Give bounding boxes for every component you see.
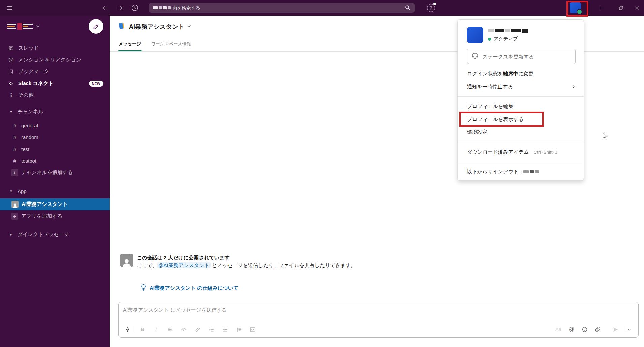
status-input[interactable]: [482, 53, 571, 60]
bold-button[interactable]: B: [137, 325, 147, 334]
channel-label: general: [21, 123, 38, 128]
menu-item-pause-notifications[interactable]: 通知を一時停止する: [458, 80, 584, 93]
add-channel-button[interactable]: + チャンネルを追加する: [0, 167, 110, 179]
sidebar-item-label: その他: [18, 92, 34, 98]
history-clock-button[interactable]: [129, 0, 140, 16]
sidebar-item-threads[interactable]: スレッド: [0, 42, 110, 54]
dm-section: ▸ ダイレクトメッセージ: [0, 229, 110, 241]
menu-item-sign-out[interactable]: 以下からサインアウト :: [458, 165, 584, 178]
tab-workspace-info[interactable]: ワークスペース情報: [151, 37, 191, 51]
attach-paperclip-button[interactable]: [593, 325, 603, 334]
new-message-button[interactable]: [89, 19, 103, 34]
presence-status-row: アクティブ: [488, 36, 528, 42]
status-update-field[interactable]: [467, 49, 576, 64]
channel-testbot[interactable]: # testbot: [0, 155, 110, 167]
channels-section-header[interactable]: ▾ チャンネル: [0, 106, 110, 118]
edit-profile-label: プロフィールを編集: [467, 103, 513, 110]
channel-test[interactable]: # test: [0, 143, 110, 155]
preferences-label: 環境設定: [467, 129, 487, 135]
link-button[interactable]: [193, 325, 202, 334]
code-button[interactable]: </>: [179, 325, 188, 334]
tab-label: ワークスペース情報: [151, 41, 191, 47]
channels-section: ▾ チャンネル # general # random # test # test…: [0, 106, 110, 179]
section-label: ダイレクトメッセージ: [18, 231, 69, 238]
blockquote-button[interactable]: [234, 325, 244, 334]
plus-icon: +: [11, 213, 18, 220]
intro-text: この会話は 2 人だけに公開されています ここで、@AI業務アシスタント とメッ…: [137, 254, 356, 269]
apps-section-header[interactable]: ▾ App: [0, 185, 110, 197]
downloads-shortcut: Ctrl+Shift+J: [534, 150, 558, 155]
tab-messages[interactable]: メッセージ: [119, 37, 141, 51]
workspace-switcher[interactable]: [0, 16, 110, 37]
dm-section-header[interactable]: ▸ ダイレクトメッセージ: [0, 229, 110, 241]
slack-connect-icon: [7, 81, 15, 86]
chevron-right-icon: [572, 84, 576, 90]
format-toggle-button[interactable]: Aa: [554, 325, 563, 334]
workspace-name-redacted: [153, 6, 171, 9]
ordered-list-button[interactable]: [207, 325, 216, 334]
user-avatar-button[interactable]: [570, 2, 581, 13]
window-close-button[interactable]: [632, 0, 643, 16]
profile-menu-items: ログイン状態を離席中に変更 通知を一時停止する プロフィールを編集 プロフィール…: [458, 67, 584, 178]
sidebar-item-slack-connect[interactable]: Slack コネクト NEW: [0, 77, 110, 89]
channel-general[interactable]: # general: [0, 120, 110, 131]
window-restore-button[interactable]: [616, 0, 626, 16]
how-it-works-row: AI業務アシスタント の仕組みについて: [141, 284, 238, 292]
message-input[interactable]: [119, 302, 617, 313]
send-divider: [623, 326, 623, 333]
hash-icon: #: [11, 123, 18, 128]
menu-item-view-profile[interactable]: プロフィールを表示する: [458, 113, 584, 126]
intro-title: この会話は 2 人だけに公開されています: [137, 254, 356, 261]
menu-item-downloads[interactable]: ダウンロード済みアイテム Ctrl+Shift+J: [458, 146, 584, 158]
how-it-works-link[interactable]: AI業務アシスタント の仕組みについて: [150, 285, 238, 291]
caret-down-icon: ▾: [7, 109, 15, 114]
mention-button[interactable]: @: [567, 325, 576, 334]
hash-icon: #: [11, 158, 18, 164]
search-input[interactable]: 内を検索する: [149, 3, 415, 13]
menu-divider: [458, 162, 584, 162]
sidebar-nav: スレッド @ メンション & リアクション ブックマーク Slack コネクト …: [0, 37, 110, 101]
sidebar-item-bookmarks[interactable]: ブックマーク: [0, 66, 110, 77]
sidebar-item-more[interactable]: ⋮ その他: [0, 89, 110, 101]
message-composer: B I S </> A: [118, 302, 639, 338]
profile-identity: アクティブ: [488, 27, 528, 43]
menu-divider: [458, 96, 584, 97]
add-app-button[interactable]: + アプリを追加する: [0, 210, 110, 222]
app-book-icon: [118, 22, 126, 31]
app-item-ai-assistant[interactable]: AI業務アシスタント: [0, 198, 110, 210]
italic-button[interactable]: I: [151, 325, 161, 334]
menu-item-edit-profile[interactable]: プロフィールを編集: [458, 100, 584, 113]
mention-link[interactable]: @AI業務アシスタント: [157, 262, 211, 268]
channel-label: random: [21, 134, 38, 140]
bulleted-list-button[interactable]: [220, 325, 230, 334]
strikethrough-button[interactable]: S: [165, 325, 175, 334]
hamburger-menu-icon[interactable]: [5, 0, 15, 16]
intro-after: とメッセージを送信したり、ファイルを共有したりできます。: [211, 262, 356, 268]
app-avatar: [11, 201, 19, 208]
send-button[interactable]: [611, 325, 620, 334]
toolbar-divider: [134, 326, 134, 333]
new-badge: NEW: [89, 81, 103, 87]
user-name-redacted: [488, 29, 528, 33]
compose-pencil-icon: [93, 23, 100, 30]
menu-item-set-away[interactable]: ログイン状態を離席中に変更: [458, 67, 584, 80]
plus-icon: +: [11, 169, 18, 176]
schedule-send-chevron-button[interactable]: [624, 325, 634, 334]
emoji-button[interactable]: [580, 325, 589, 334]
window-minimize-button[interactable]: [597, 0, 608, 16]
bot-avatar: [120, 254, 133, 267]
menu-item-preferences[interactable]: 環境設定: [458, 126, 584, 138]
history-forward-button[interactable]: [115, 0, 125, 16]
history-back-button[interactable]: [100, 0, 111, 16]
shortcuts-lightning-icon[interactable]: [123, 325, 132, 334]
channel-random[interactable]: # random: [0, 131, 110, 143]
section-label: チャンネル: [18, 108, 43, 115]
page-title[interactable]: AI業務アシスタント: [129, 23, 185, 31]
conversation-intro: この会話は 2 人だけに公開されています ここで、@AI業務アシスタント とメッ…: [120, 254, 356, 269]
help-notification-dot: [433, 3, 436, 5]
sidebar-item-label: Slack コネクト: [18, 80, 54, 87]
add-app-label: アプリを追加する: [21, 213, 62, 219]
code-block-button[interactable]: [248, 325, 257, 334]
sidebar-item-mentions[interactable]: @ メンション & リアクション: [0, 54, 110, 66]
downloads-label: ダウンロード済みアイテム: [467, 149, 529, 155]
